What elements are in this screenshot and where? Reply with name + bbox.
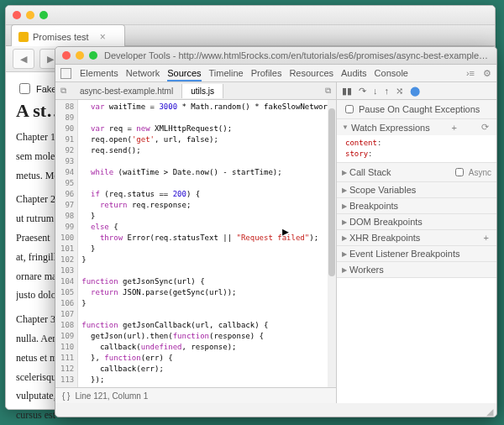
- pause-on-caught-row[interactable]: Pause On Caught Exceptions: [337, 100, 496, 118]
- add-xhr-bp-icon[interactable]: +: [481, 233, 491, 243]
- pause-exceptions-icon[interactable]: ⬤: [410, 86, 420, 97]
- settings-icon[interactable]: ⚙: [483, 68, 491, 79]
- watch-expression[interactable]: story:: [345, 149, 488, 160]
- dock-icon[interactable]: [60, 68, 71, 79]
- file-tab[interactable]: utils.js: [182, 84, 223, 98]
- minimize-dot[interactable]: [26, 11, 34, 19]
- panel-tab-elements[interactable]: Elements: [80, 66, 118, 80]
- editor-statusbar: { } Line 121, Column 1: [55, 387, 336, 403]
- step-into-icon[interactable]: ↓: [373, 86, 378, 96]
- back-button[interactable]: ◀: [13, 49, 34, 69]
- panel-tab-console[interactable]: Console: [375, 66, 408, 80]
- line-gutter: 8889909192939495969798991001011021031041…: [55, 100, 78, 387]
- browser-titlebar: [6, 6, 495, 25]
- close-dot[interactable]: [62, 51, 71, 60]
- cursor-position: Line 121, Column 1: [75, 391, 148, 401]
- refresh-watch-icon[interactable]: ⟳: [479, 122, 491, 133]
- zoom-dot[interactable]: [89, 51, 97, 60]
- debugger-sidebar: ▮▮ ↷ ↓ ↑ ⤭ ⬤ Pause On Caught Exceptions …: [337, 82, 496, 403]
- navigator-icon[interactable]: ⧉: [55, 86, 71, 96]
- panel-tab-sources[interactable]: Sources: [167, 66, 201, 81]
- file-tabs: ⧉ async-best-example.htmlutils.js ⧉: [55, 82, 336, 100]
- devtools-titlebar[interactable]: Developer Tools - http://www.html5rocks.…: [55, 47, 496, 65]
- panel-tab-profiles[interactable]: Profiles: [251, 66, 282, 80]
- more-tabs-icon[interactable]: ⧉: [320, 86, 336, 96]
- event-listener-bp-header[interactable]: ▶Event Listener Breakpoints: [337, 246, 496, 261]
- tab-title: Promises test: [33, 32, 89, 42]
- browser-tab[interactable]: Promises test ×: [11, 24, 125, 46]
- code-text[interactable]: var waitTime = 3000 * Math.random() * fa…: [78, 100, 335, 387]
- devtools-window: Developer Tools - http://www.html5rocks.…: [55, 46, 497, 417]
- step-over-icon[interactable]: ↷: [359, 86, 366, 97]
- pretty-print-icon[interactable]: { }: [62, 391, 70, 401]
- devtools-title: Developer Tools - http://www.html5rocks.…: [104, 50, 490, 60]
- step-out-icon[interactable]: ↑: [385, 86, 390, 96]
- devtools-panel-tabs: ElementsNetworkSourcesTimelineProfilesRe…: [55, 65, 496, 82]
- file-tab[interactable]: async-best-example.html: [71, 84, 182, 98]
- panel-tab-network[interactable]: Network: [126, 66, 160, 80]
- debugger-toolbar: ▮▮ ↷ ↓ ↑ ⤭ ⬤: [337, 82, 496, 100]
- workers-header[interactable]: ▶Workers: [337, 262, 496, 277]
- xhr-breakpoints-header[interactable]: ▶XHR Breakpoints+: [337, 230, 496, 245]
- vertical-scrollbar[interactable]: [328, 100, 336, 387]
- favicon: [18, 32, 29, 42]
- watch-expressions-body: content: story:: [337, 135, 496, 162]
- panel-tab-timeline[interactable]: Timeline: [209, 66, 244, 80]
- resize-handle-icon[interactable]: ◢: [486, 407, 495, 415]
- deactivate-breakpoints-icon[interactable]: ⤭: [396, 86, 403, 97]
- browser-tabstrip: Promises test ×: [6, 25, 495, 46]
- sources-panel: ⧉ async-best-example.htmlutils.js ⧉ 8889…: [55, 82, 337, 403]
- close-tab-icon[interactable]: ×: [100, 31, 106, 43]
- breakpoints-header[interactable]: ▶Breakpoints: [337, 198, 496, 213]
- call-stack-header[interactable]: ▶Call StackAsync: [337, 163, 496, 181]
- zoom-dot[interactable]: [39, 11, 48, 19]
- panel-tab-audits[interactable]: Audits: [341, 66, 367, 80]
- minimize-dot[interactable]: [76, 51, 84, 60]
- code-editor[interactable]: 8889909192939495969798991001011021031041…: [55, 100, 336, 387]
- drawer-toggle-icon[interactable]: ›≡: [466, 68, 475, 78]
- dom-breakpoints-header[interactable]: ▶DOM Breakpoints: [337, 214, 496, 229]
- watch-expressions-header[interactable]: ▼Watch Expressions+⟳: [337, 119, 496, 135]
- panel-tab-resources[interactable]: Resources: [289, 66, 333, 80]
- add-watch-icon[interactable]: +: [449, 123, 459, 133]
- scope-variables-header[interactable]: ▶Scope Variables: [337, 182, 496, 197]
- pause-icon[interactable]: ▮▮: [342, 86, 352, 97]
- close-dot[interactable]: [13, 11, 21, 19]
- watch-expression[interactable]: content:: [345, 138, 488, 149]
